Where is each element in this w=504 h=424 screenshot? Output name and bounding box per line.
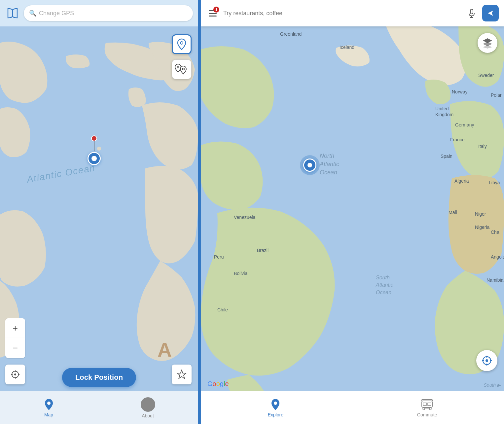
marker-pin-red bbox=[91, 135, 97, 141]
gps-button[interactable] bbox=[476, 350, 497, 371]
nav-item-about[interactable]: About bbox=[141, 397, 155, 418]
zoom-out-button[interactable]: − bbox=[5, 338, 25, 358]
south-label: South ▶ bbox=[484, 382, 501, 388]
france-label: France bbox=[450, 137, 465, 142]
left-panel: 🔍 Change GPS Atlantic Ocean + − bbox=[0, 0, 198, 424]
nav-commute-label: Commute bbox=[417, 412, 437, 417]
svg-rect-29 bbox=[423, 403, 426, 406]
zoom-controls: + − bbox=[5, 318, 25, 358]
location-button[interactable] bbox=[5, 365, 25, 384]
sweden-label: Sweder bbox=[478, 73, 494, 78]
marker-circle-blue bbox=[88, 152, 101, 165]
right-topbar: 1 bbox=[201, 0, 504, 26]
marker-shadow-line bbox=[94, 141, 94, 151]
uk-label: UnitedKingdom bbox=[435, 106, 453, 118]
right-search-input[interactable] bbox=[223, 10, 461, 17]
nav-item-map[interactable]: Map bbox=[43, 398, 54, 417]
panel-divider bbox=[198, 0, 201, 424]
zoom-in-button[interactable]: + bbox=[5, 318, 25, 338]
map-btn-single-pin[interactable] bbox=[172, 34, 192, 54]
book-icon[interactable] bbox=[5, 6, 20, 20]
search-icon: 🔍 bbox=[29, 10, 36, 17]
watermark-a: A bbox=[158, 338, 172, 361]
svg-rect-15 bbox=[470, 9, 473, 14]
venezuela-label: Venezuela bbox=[234, 215, 255, 220]
svg-point-22 bbox=[486, 359, 488, 362]
microphone-button[interactable] bbox=[465, 7, 478, 20]
search-placeholder: Change GPS bbox=[39, 10, 74, 17]
equator-line bbox=[201, 228, 504, 228]
nigeria-label: Nigeria bbox=[475, 225, 489, 230]
right-bottom-nav: Explore Commute bbox=[201, 391, 504, 424]
italy-label: Italy bbox=[478, 144, 487, 149]
north-atlantic-label: NorthAtlanticOcean bbox=[320, 152, 339, 177]
navigation-button[interactable] bbox=[482, 5, 499, 21]
svg-point-34 bbox=[423, 408, 425, 410]
svg-rect-30 bbox=[428, 403, 431, 406]
poland-label: Polar bbox=[491, 92, 502, 98]
map-btn-double-pin[interactable] bbox=[172, 59, 192, 79]
niger-label: Niger bbox=[475, 211, 486, 217]
svg-point-5 bbox=[182, 68, 184, 70]
norway-label: Norway bbox=[452, 89, 467, 94]
svg-point-1 bbox=[97, 147, 101, 151]
namibia-label: Namibia bbox=[486, 277, 503, 283]
svg-point-13 bbox=[47, 402, 51, 405]
south-atlantic-label: SouthAtlanticOcean bbox=[376, 274, 393, 296]
greenland-label: Greenland bbox=[280, 31, 302, 37]
peru-label: Peru bbox=[214, 254, 224, 260]
libya-label: Libya bbox=[489, 180, 500, 185]
svg-point-8 bbox=[14, 373, 16, 375]
left-bottom-nav: Map About bbox=[0, 391, 198, 424]
notification-badge: 1 bbox=[213, 7, 219, 13]
svg-point-3 bbox=[180, 42, 183, 44]
brazil-label: Brazil bbox=[257, 248, 269, 253]
marker-dot bbox=[303, 159, 316, 172]
iceland-label: Iceland bbox=[340, 45, 354, 50]
left-search-bar[interactable]: 🔍 Change GPS bbox=[24, 5, 193, 21]
nav-item-commute[interactable]: Commute bbox=[417, 398, 437, 417]
right-location-marker bbox=[303, 159, 316, 172]
spain-label: Spain bbox=[441, 154, 452, 159]
nav-item-explore[interactable]: Explore bbox=[268, 398, 283, 417]
svg-rect-28 bbox=[422, 401, 432, 407]
svg-point-27 bbox=[274, 402, 277, 405]
nav-map-label: Map bbox=[44, 412, 53, 417]
angola-label: Angola bbox=[491, 254, 504, 260]
favorites-button[interactable] bbox=[172, 365, 192, 384]
nav-about-label: About bbox=[142, 413, 154, 418]
germany-label: Germany bbox=[455, 122, 474, 127]
lock-position-button[interactable]: Lock Position bbox=[62, 368, 136, 387]
mali-label: Mali bbox=[449, 210, 457, 215]
google-logo: Google bbox=[207, 380, 229, 388]
chile-label: Chile bbox=[217, 307, 228, 312]
svg-point-4 bbox=[177, 66, 179, 68]
bolivia-label: Bolivia bbox=[234, 271, 247, 276]
menu-icon[interactable]: 1 bbox=[206, 7, 219, 20]
left-topbar: 🔍 Change GPS bbox=[0, 0, 198, 26]
right-panel: 1 Greenland Iceland Norway Sweder Unite bbox=[201, 0, 504, 424]
svg-marker-20 bbox=[483, 45, 492, 49]
svg-point-35 bbox=[429, 408, 431, 410]
algeria-label: Algeria bbox=[454, 178, 469, 184]
layer-button[interactable] bbox=[478, 33, 497, 53]
chad-label: Cha bbox=[491, 230, 499, 235]
nav-explore-label: Explore bbox=[268, 412, 283, 417]
